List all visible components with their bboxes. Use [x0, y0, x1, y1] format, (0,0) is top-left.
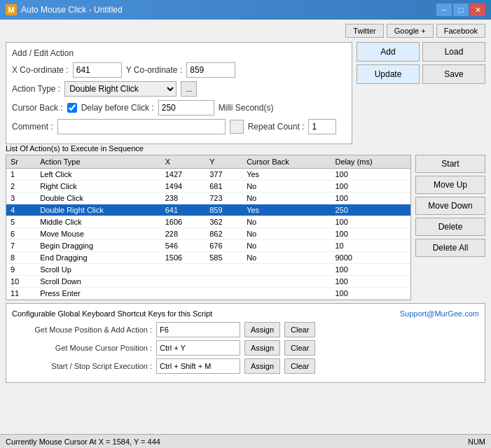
cell-sr: 11	[6, 288, 36, 300]
support-link[interactable]: Support@MurGee.com	[400, 309, 479, 318]
cursor-back-label: Cursor Back :	[12, 103, 63, 113]
clear-button-3[interactable]: Clear	[284, 358, 315, 374]
cell-x: 1506	[161, 252, 206, 264]
assign-button-1[interactable]: Assign	[244, 322, 280, 337]
cell-y	[205, 264, 242, 276]
cell-sr: 10	[6, 276, 36, 288]
cell-cursor_back	[242, 276, 331, 288]
window-title: Auto Mouse Click - Untitled	[21, 5, 123, 15]
table-row[interactable]: 11Press Enter100	[6, 288, 410, 300]
assign-button-2[interactable]: Assign	[244, 340, 280, 356]
comment-input[interactable]	[57, 119, 226, 134]
cell-x: 228	[161, 228, 206, 240]
maximize-button[interactable]: □	[453, 4, 469, 16]
keyboard-input-2[interactable]	[156, 340, 240, 356]
table-row[interactable]: 6Move Mouse228862No100	[6, 228, 410, 240]
delete-button[interactable]: Delete	[415, 218, 485, 236]
save-button[interactable]: Save	[422, 64, 485, 84]
cell-sr: 4	[6, 204, 36, 216]
social-buttons-row: Twitter Google + Facebook	[6, 24, 485, 38]
cell-cursor_back: Yes	[242, 169, 331, 181]
col-delay: Delay (ms)	[331, 155, 410, 169]
cell-cursor_back: No	[242, 181, 331, 192]
add-load-section: Add Load Update Save	[357, 42, 485, 144]
twitter-button[interactable]: Twitter	[345, 24, 383, 38]
title-bar: M Auto Mouse Click - Untitled − □ ✕	[0, 0, 491, 20]
add-button[interactable]: Add	[357, 42, 420, 62]
add-edit-panel: Add / Edit Action X Co-ordinate : Y Co-o…	[6, 42, 352, 144]
keyboard-input-3[interactable]	[156, 358, 240, 374]
table-row[interactable]: 9Scroll Up100	[6, 264, 410, 276]
table-row[interactable]: 10Scroll Down100	[6, 276, 410, 288]
x-input[interactable]	[73, 62, 122, 78]
cell-x: 1427	[161, 169, 206, 181]
keyboard-row-1: Get Mouse Position & Add Action : Assign…	[12, 322, 315, 337]
repeat-input[interactable]	[308, 119, 336, 134]
cell-y: 676	[205, 240, 242, 252]
y-input[interactable]	[186, 62, 235, 78]
cell-delay: 100	[331, 276, 410, 288]
close-button[interactable]: ✕	[470, 4, 485, 16]
delay-unit: Milli Second(s)	[219, 103, 274, 113]
cell-action: Begin Dragging	[36, 240, 160, 252]
cell-delay: 100	[331, 192, 410, 204]
actions-table-wrapper: Sr Action Type X Y Cursor Back Delay (ms…	[6, 155, 411, 300]
minimize-button[interactable]: −	[436, 4, 452, 16]
start-button[interactable]: Start	[415, 155, 485, 173]
table-row[interactable]: 7Begin Dragging546676No10	[6, 240, 410, 252]
cell-sr: 8	[6, 252, 36, 264]
clear-button-1[interactable]: Clear	[284, 322, 315, 337]
panel-title: Add / Edit Action	[12, 48, 346, 58]
keyboard-row-2: Get Mouse Cursor Position : Assign Clear	[12, 340, 315, 356]
cell-delay: 100	[331, 228, 410, 240]
cursor-back-checkbox[interactable]	[67, 103, 77, 113]
delay-input[interactable]	[158, 100, 214, 115]
cell-sr: 5	[6, 216, 36, 228]
cell-delay: 9000	[331, 252, 410, 264]
cell-action: End Dragging	[36, 252, 160, 264]
cell-y: 723	[205, 192, 242, 204]
cell-action: Press Enter	[36, 288, 160, 300]
cell-y: 862	[205, 228, 242, 240]
clear-button-2[interactable]: Clear	[284, 340, 315, 356]
cell-y: 362	[205, 216, 242, 228]
cell-cursor_back: No	[242, 216, 331, 228]
action-type-select[interactable]: Left Click Right Click Double Click Doub…	[64, 81, 177, 97]
cell-sr: 3	[6, 192, 36, 204]
action-type-row: Action Type : Left Click Right Click Dou…	[12, 81, 346, 97]
cell-sr: 9	[6, 264, 36, 276]
table-container: Sr Action Type X Y Cursor Back Delay (ms…	[6, 155, 485, 300]
cell-sr: 7	[6, 240, 36, 252]
cell-cursor_back	[242, 288, 331, 300]
cell-cursor_back	[242, 264, 331, 276]
move-up-button[interactable]: Move Up	[415, 176, 485, 194]
browse-button[interactable]: ...	[181, 81, 197, 97]
google-plus-button[interactable]: Google +	[387, 24, 434, 38]
keyboard-input-1[interactable]	[156, 322, 240, 337]
cell-action: Middle Click	[36, 216, 160, 228]
y-label: Y Co-ordinate :	[126, 65, 183, 75]
num-indicator: NUM	[468, 438, 485, 446]
assign-button-3[interactable]: Assign	[244, 358, 280, 374]
cell-y	[205, 288, 242, 300]
facebook-button[interactable]: Facebook	[436, 24, 485, 38]
table-row[interactable]: 2Right Click1494681No100	[6, 181, 410, 192]
comment-row: Comment : Repeat Count :	[12, 119, 346, 134]
update-button[interactable]: Update	[357, 64, 420, 84]
cell-x	[161, 276, 206, 288]
repeat-label: Repeat Count :	[248, 122, 305, 132]
cell-x	[161, 264, 206, 276]
table-row[interactable]: 3Double Click238723No100	[6, 192, 410, 204]
delete-all-button[interactable]: Delete All	[415, 239, 485, 257]
col-x: X	[161, 155, 206, 169]
table-row[interactable]: 4Double Right Click641859Yes250	[6, 204, 410, 216]
table-row[interactable]: 1Left Click1427377Yes100	[6, 169, 410, 181]
cell-delay: 100	[331, 169, 410, 181]
cell-x: 641	[161, 204, 206, 216]
table-row[interactable]: 8End Dragging1506585No9000	[6, 252, 410, 264]
color-picker-button[interactable]	[230, 120, 244, 134]
table-row[interactable]: 5Middle Click1606362No100	[6, 216, 410, 228]
move-down-button[interactable]: Move Down	[415, 197, 485, 215]
load-button[interactable]: Load	[422, 42, 485, 62]
cell-delay: 100	[331, 288, 410, 300]
